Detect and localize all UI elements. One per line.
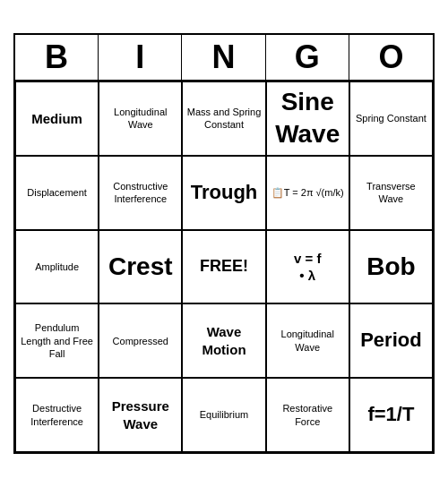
bingo-cell: Trough bbox=[182, 156, 265, 230]
bingo-cell: 📋T = 2π √(m/k) bbox=[266, 156, 349, 230]
header-letter: N bbox=[182, 35, 265, 80]
bingo-cell: Wave Motion bbox=[182, 303, 265, 378]
bingo-cell: Period bbox=[349, 303, 433, 378]
bingo-cell: Longitudinal Wave bbox=[99, 81, 182, 156]
bingo-cell: Restorative Force bbox=[266, 378, 349, 452]
bingo-cell: FREE! bbox=[182, 230, 265, 304]
cell-text: Wave Motion bbox=[186, 323, 261, 358]
bingo-cell: Amplitude bbox=[15, 230, 99, 304]
cell-text: Constructive Interference bbox=[103, 180, 177, 206]
cell-text: Compressed bbox=[113, 335, 168, 347]
header-letter: O bbox=[349, 35, 433, 80]
cell-text: Destructive Interference bbox=[20, 402, 94, 428]
cell-text: Transverse Wave bbox=[354, 180, 428, 206]
bingo-cell: f=1/T bbox=[349, 378, 433, 452]
bingo-cell: Bob bbox=[349, 230, 433, 304]
bingo-cell: Sine Wave bbox=[266, 81, 349, 156]
cell-text: Crest bbox=[108, 251, 173, 283]
header-letter: I bbox=[99, 35, 182, 80]
cell-text: v = f• λ bbox=[294, 250, 321, 285]
cell-text: Medium bbox=[31, 110, 82, 128]
cell-text: Mass and Spring Constant bbox=[186, 106, 261, 132]
cell-text: Bob bbox=[366, 251, 415, 283]
cell-text: 📋T = 2π √(m/k) bbox=[271, 186, 344, 199]
cell-text: f=1/T bbox=[367, 402, 414, 428]
cell-text: Pressure Wave bbox=[103, 397, 177, 432]
bingo-cell: v = f• λ bbox=[266, 230, 349, 304]
bingo-cell: Pendulum Length and Free Fall bbox=[15, 303, 99, 378]
header-letter: B bbox=[15, 35, 99, 80]
cell-text: Amplitude bbox=[35, 261, 79, 273]
bingo-cell: Equilibrium bbox=[182, 378, 265, 452]
cell-text: Pendulum Length and Free Fall bbox=[20, 321, 94, 360]
bingo-cell: Displacement bbox=[15, 156, 99, 230]
bingo-cell: Spring Constant bbox=[349, 81, 433, 156]
cell-text: Equilibrium bbox=[200, 408, 248, 421]
bingo-card: BINGO MediumLongitudinal WaveMass and Sp… bbox=[13, 33, 435, 454]
cell-text: Restorative Force bbox=[271, 402, 345, 428]
header-letter: G bbox=[266, 35, 349, 80]
bingo-cell: Transverse Wave bbox=[349, 156, 433, 230]
bingo-cell: Compressed bbox=[99, 303, 182, 378]
bingo-header: BINGO bbox=[15, 35, 433, 81]
cell-text: Longitudinal Wave bbox=[103, 106, 177, 132]
bingo-grid: MediumLongitudinal WaveMass and Spring C… bbox=[15, 81, 433, 452]
bingo-cell: Longitudinal Wave bbox=[266, 303, 349, 378]
cell-text: Displacement bbox=[27, 186, 87, 199]
bingo-cell: Pressure Wave bbox=[99, 378, 182, 452]
cell-text: Spring Constant bbox=[356, 112, 426, 124]
cell-text: FREE! bbox=[200, 256, 248, 277]
cell-text: Trough bbox=[191, 180, 258, 206]
cell-text: Sine Wave bbox=[271, 86, 345, 151]
bingo-cell: Mass and Spring Constant bbox=[182, 81, 265, 156]
cell-text: Period bbox=[360, 328, 421, 354]
cell-text: Longitudinal Wave bbox=[271, 328, 345, 354]
bingo-cell: Medium bbox=[15, 81, 99, 156]
bingo-cell: Crest bbox=[99, 230, 182, 304]
bingo-cell: Constructive Interference bbox=[99, 156, 182, 230]
bingo-cell: Destructive Interference bbox=[15, 378, 99, 452]
